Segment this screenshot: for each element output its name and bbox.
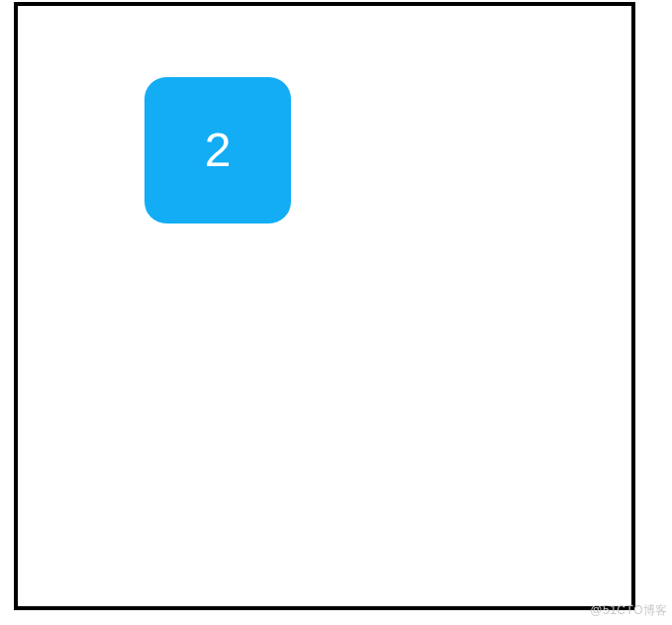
canvas-frame: 2	[14, 2, 635, 610]
watermark-text: @51CTO博客	[590, 602, 668, 619]
number-tile: 2	[144, 77, 291, 223]
tile-number: 2	[205, 127, 232, 174]
